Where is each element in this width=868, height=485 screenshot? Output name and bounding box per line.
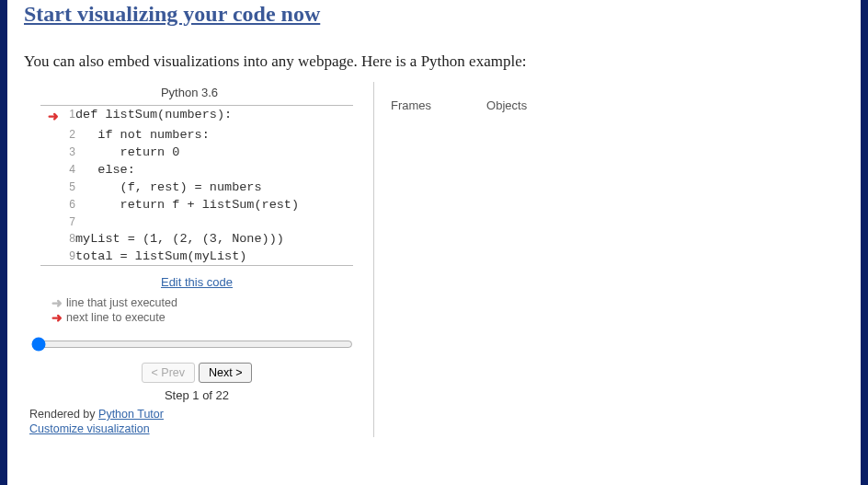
- line-number: 6: [59, 196, 75, 214]
- line-number: 9: [59, 248, 75, 266]
- code-line: 9total = listSum(myList): [40, 248, 353, 266]
- code-line: 3 return 0: [40, 144, 353, 161]
- legend-just-executed-label: line that just executed: [66, 296, 177, 309]
- legend: ➜ line that just executed ➜ next line to…: [51, 296, 177, 326]
- code-text: if not numbers:: [75, 126, 353, 144]
- code-text: return 0: [75, 144, 353, 161]
- code-text: else:: [75, 161, 353, 179]
- code-text: return f + listSum(rest): [75, 196, 353, 214]
- intro-text: You can also embed visualizations into a…: [24, 52, 844, 71]
- code-line: 5 (f, rest) = numbers: [40, 179, 353, 196]
- code-line: 8myList = (1, (2, (3, None))): [40, 230, 353, 248]
- edit-code-link[interactable]: Edit this code: [161, 275, 233, 289]
- visualizer: Python 3.6 ➜1def listSum(numbers):2 if n…: [24, 82, 844, 437]
- footer-links: Rendered by Python Tutor Customize visua…: [29, 408, 164, 437]
- line-number: 3: [59, 144, 75, 161]
- line-arrow-cell: [40, 196, 59, 214]
- headline-link[interactable]: Start visualizing your code now: [24, 0, 844, 27]
- code-text: total = listSum(myList): [75, 248, 353, 266]
- code-text: myList = (1, (2, (3, None))): [75, 230, 353, 248]
- rendered-by-prefix: Rendered by: [29, 408, 98, 421]
- line-number: 7: [59, 214, 75, 230]
- line-arrow-cell: [40, 230, 59, 248]
- legend-next-to-execute-label: next line to execute: [66, 311, 166, 324]
- code-line: 4 else:: [40, 161, 353, 179]
- arrow-gray-icon: ➜: [51, 296, 63, 309]
- code-text: (f, rest) = numbers: [75, 179, 353, 196]
- code-pane: Python 3.6 ➜1def listSum(numbers):2 if n…: [24, 82, 355, 437]
- code-listing: ➜1def listSum(numbers):2 if not numbers:…: [40, 105, 353, 266]
- step-slider-wrap: [29, 335, 351, 355]
- line-number: 2: [59, 126, 75, 144]
- objects-heading: Objects: [486, 98, 527, 112]
- code-line: 2 if not numbers:: [40, 126, 353, 144]
- line-number: 4: [59, 161, 75, 179]
- legend-next-to-execute: ➜ next line to execute: [51, 311, 177, 324]
- line-arrow-cell: [40, 214, 59, 230]
- rendered-by: Rendered by Python Tutor: [29, 408, 164, 421]
- next-button[interactable]: Next >: [199, 363, 252, 383]
- line-arrow-cell: [40, 126, 59, 144]
- memory-pane: Frames Objects: [373, 82, 527, 437]
- nav-buttons: < Prev Next >: [40, 363, 353, 383]
- legend-just-executed: ➜ line that just executed: [51, 296, 177, 309]
- step-slider[interactable]: [31, 337, 353, 352]
- line-arrow-cell: ➜: [40, 106, 59, 127]
- code-text: def listSum(numbers):: [75, 106, 353, 127]
- line-arrow-cell: [40, 179, 59, 196]
- code-line: 7: [40, 214, 353, 230]
- line-number: 8: [59, 230, 75, 248]
- page-content: Start visualizing your code now You can …: [0, 0, 868, 485]
- line-number: 1: [59, 106, 75, 127]
- current-line-arrow-icon: ➜: [48, 110, 59, 123]
- arrow-red-icon: ➜: [51, 311, 63, 324]
- edit-code-link-wrap: Edit this code: [40, 275, 353, 289]
- line-number: 5: [59, 179, 75, 196]
- code-line: 6 return f + listSum(rest): [40, 196, 353, 214]
- line-arrow-cell: [40, 248, 59, 266]
- code-line: ➜1def listSum(numbers):: [40, 106, 353, 127]
- line-arrow-cell: [40, 161, 59, 179]
- frames-heading: Frames: [391, 98, 431, 112]
- customize-link[interactable]: Customize visualization: [29, 422, 150, 435]
- python-tutor-link[interactable]: Python Tutor: [98, 408, 164, 421]
- code-text: [75, 214, 353, 230]
- step-indicator: Step 1 of 22: [40, 388, 353, 402]
- prev-button[interactable]: < Prev: [142, 363, 195, 383]
- line-arrow-cell: [40, 144, 59, 161]
- language-label: Python 3.6: [24, 82, 355, 99]
